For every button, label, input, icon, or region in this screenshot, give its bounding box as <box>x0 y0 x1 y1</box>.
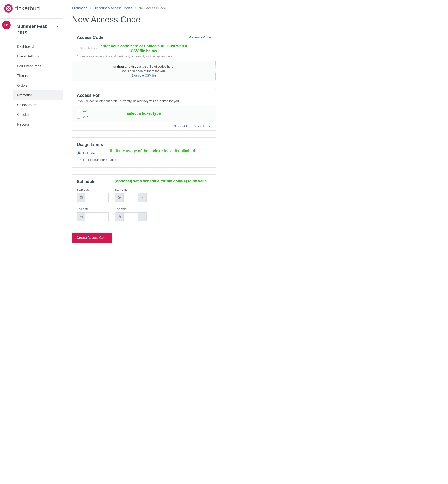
sidebar-item-edit-event-page[interactable]: Edit Event Page <box>13 61 63 71</box>
access-code-card: Access Code Generate Code enter your cod… <box>72 30 216 81</box>
create-access-code-button[interactable]: Create Access Code <box>72 233 112 243</box>
sidebar-item-promotion[interactable]: Promotion <box>13 90 63 100</box>
chevron-down-icon[interactable] <box>138 213 146 221</box>
sidebar-item-orders[interactable]: Orders <box>13 81 63 90</box>
end-date-input[interactable] <box>85 213 108 221</box>
example-csv-link[interactable]: Example CSV file <box>74 74 213 77</box>
ticket-type-list: GA VIP select a ticket type <box>72 106 216 122</box>
usage-limits-card: Usage Limits Unlimited Limited number of… <box>72 137 216 168</box>
start-date-label: Start date <box>77 188 109 191</box>
select-all-link[interactable]: Select All <box>174 124 187 128</box>
usage-limits-title: Usage Limits <box>77 142 211 147</box>
radio-limited-label: Limited number of uses <box>83 158 116 162</box>
sidebar-item-reports[interactable]: Reports <box>13 120 63 129</box>
page-title: New Access Code <box>72 15 216 24</box>
svg-rect-1 <box>80 196 82 199</box>
sidebar-item-dashboard[interactable]: Dashboard <box>13 42 63 52</box>
csv-dropzone[interactable]: or drag and drop a CSV file of codes her… <box>72 61 216 81</box>
sidebar-item-collaborators[interactable]: Collaborators <box>13 100 63 110</box>
end-date-label: End date <box>77 207 109 211</box>
ticket-label-vip: VIP <box>83 115 88 118</box>
breadcrumb-separator: / <box>90 6 91 10</box>
access-for-card: Access For If you select tickets that ar… <box>72 88 216 131</box>
access-code-helper: Codes are case-sensitive and must be typ… <box>77 55 211 58</box>
select-actions: Select All | Select None <box>72 122 216 130</box>
radio-unlimited[interactable] <box>77 151 80 155</box>
breadcrumb-discount-codes[interactable]: Discount & Access Codes <box>94 6 132 10</box>
ticket-label-ga: GA <box>83 109 87 112</box>
svg-rect-3 <box>80 216 82 218</box>
end-time-picker[interactable] <box>115 212 147 221</box>
end-time-value <box>124 213 138 221</box>
schedule-title: Schedule <box>77 179 211 184</box>
breadcrumb-current: New Access Code <box>139 6 166 10</box>
breadcrumb-promotion[interactable]: Promotion <box>72 6 87 10</box>
radio-limited[interactable] <box>77 158 80 162</box>
schedule-card: Schedule (optional) set a schedule for t… <box>72 174 216 226</box>
start-time-value <box>124 193 138 202</box>
end-time-label: End time <box>115 207 147 211</box>
chevron-down-icon[interactable] <box>138 193 146 202</box>
clock-icon <box>115 193 124 202</box>
sidebar-item-check-in[interactable]: Check-in <box>13 110 63 120</box>
end-date-picker[interactable] <box>77 212 109 221</box>
sidebar: Summer Fest 2019 Dashboard Event Setting… <box>13 19 64 484</box>
chevron-down-icon <box>56 25 59 28</box>
access-code-input[interactable] <box>77 44 211 53</box>
breadcrumb-separator: / <box>135 6 136 10</box>
event-selector[interactable]: Summer Fest 2019 <box>13 19 63 42</box>
brand-name: ticketbud <box>15 5 40 12</box>
brand-header: ticketbud <box>4 4 40 13</box>
avatar[interactable]: LD <box>2 21 11 29</box>
dropzone-text-2: We'll add each of them for you. <box>74 69 213 73</box>
radio-unlimited-label: Unlimited <box>83 152 96 155</box>
ticket-row-vip: VIP <box>77 114 211 120</box>
start-date-picker[interactable] <box>77 193 109 202</box>
ticket-row-ga: GA <box>77 108 211 114</box>
sidebar-item-event-settings[interactable]: Event Settings <box>13 52 63 61</box>
nav-list: Dashboard Event Settings Edit Event Page… <box>13 42 63 129</box>
usage-option-unlimited-row: Unlimited <box>77 150 211 156</box>
access-for-title: Access For <box>77 93 211 98</box>
sidebar-item-tickets[interactable]: Tickets <box>13 71 63 81</box>
brand-logo-icon <box>4 4 13 13</box>
dropzone-text-1: or drag and drop a CSV file of codes her… <box>74 65 213 68</box>
start-date-input[interactable] <box>85 193 108 202</box>
select-none-link[interactable]: Select None <box>193 124 211 128</box>
checkbox-vip[interactable] <box>77 115 80 118</box>
generate-code-link[interactable]: Generate Code <box>189 36 211 39</box>
calendar-icon <box>77 193 85 202</box>
select-divider: | <box>190 124 191 128</box>
calendar-icon <box>77 213 85 221</box>
access-for-sub: If you select tickets that aren't curren… <box>77 99 211 103</box>
checkbox-ga[interactable] <box>77 109 80 112</box>
start-time-label: Start time <box>115 188 147 191</box>
usage-option-limited-row: Limited number of uses <box>77 156 211 163</box>
clock-icon <box>115 213 124 221</box>
main-content: Promotion / Discount & Access Codes / Ne… <box>64 0 224 484</box>
breadcrumb: Promotion / Discount & Access Codes / Ne… <box>72 6 216 10</box>
start-time-picker[interactable] <box>115 193 147 202</box>
event-title: Summer Fest 2019 <box>17 23 56 36</box>
